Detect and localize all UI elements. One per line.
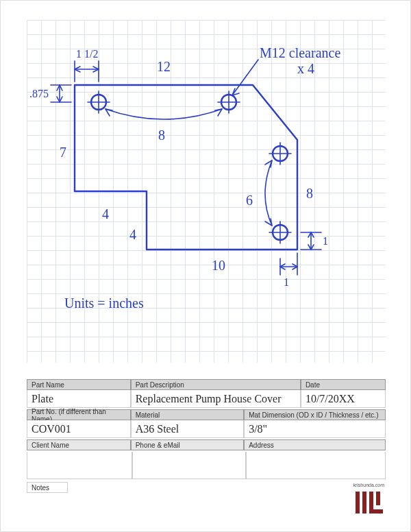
dim-br-y: 1	[301, 232, 328, 250]
label-part-no: Part No. (if different than Name)	[27, 409, 131, 420]
svg-text:1: 1	[323, 235, 328, 247]
svg-text:1 1/2: 1 1/2	[76, 48, 98, 60]
label-address: Address	[244, 439, 386, 450]
label-notes: Notes	[27, 482, 68, 493]
title-block: Part Name Plate Part Description Replace…	[27, 379, 386, 494]
hole-right-upper	[269, 143, 291, 165]
svg-rect-31	[356, 492, 360, 513]
value-part-desc: Replacement Pump House Cover	[131, 390, 301, 408]
dim-br-x: 1	[280, 253, 297, 288]
dim-right-edge: 8	[306, 186, 313, 201]
value-date: 10/7/20XX	[301, 390, 386, 408]
svg-text:12: 12	[157, 59, 171, 74]
svg-rect-34	[376, 492, 380, 505]
hole-right-lower	[269, 221, 291, 243]
svg-rect-35	[369, 509, 383, 513]
label-client: Client Name	[27, 439, 131, 450]
value-address	[246, 452, 386, 479]
drawing-sheet: 12 1 1/2 .875 8 7	[0, 0, 411, 532]
value-part-name: Plate	[27, 390, 131, 408]
dim-top-left-x: 1 1/2	[75, 48, 99, 82]
hole-note-text: M12 clearance	[260, 45, 340, 60]
svg-text:6: 6	[246, 193, 253, 208]
dim-step-h: 4	[102, 206, 109, 221]
label-date: Date	[301, 379, 386, 390]
units-note: Units = inches	[64, 295, 144, 311]
dim-left-edge: 7	[60, 145, 66, 160]
hole-qty-text: x 4	[297, 61, 314, 76]
dim-step-v: 4	[129, 227, 136, 242]
hole-note-leader	[232, 60, 258, 95]
dim-bottom-edge: 10	[212, 258, 225, 273]
svg-text:8: 8	[158, 128, 165, 143]
value-mat-dim: 3/8"	[244, 420, 386, 438]
label-mat-dim: Mat Dimension (OD x ID / Thickness / etc…	[244, 409, 386, 420]
dim-top-left-y: .875	[29, 85, 71, 102]
dim-hole-hspan: 8	[105, 109, 222, 143]
part-sketch: 12 1 1/2 .875 8 7	[27, 20, 386, 363]
value-part-no: COV001	[27, 420, 131, 438]
logo-icon	[354, 489, 384, 516]
value-phone	[132, 452, 246, 479]
label-material: Material	[131, 409, 244, 420]
dim-top-edge: 12	[157, 59, 171, 74]
label-phone: Phone & eMail	[131, 439, 244, 450]
value-material: A36 Steel	[131, 420, 244, 438]
label-part-desc: Part Description	[131, 379, 301, 390]
svg-text:1: 1	[284, 276, 289, 288]
svg-text:.875: .875	[29, 88, 49, 99]
value-client	[27, 452, 132, 479]
dim-hole-vspan: 6	[246, 160, 272, 226]
credit-text: krisbunda.com	[353, 483, 384, 487]
label-part-name: Part Name	[27, 379, 131, 390]
svg-rect-32	[362, 492, 366, 513]
